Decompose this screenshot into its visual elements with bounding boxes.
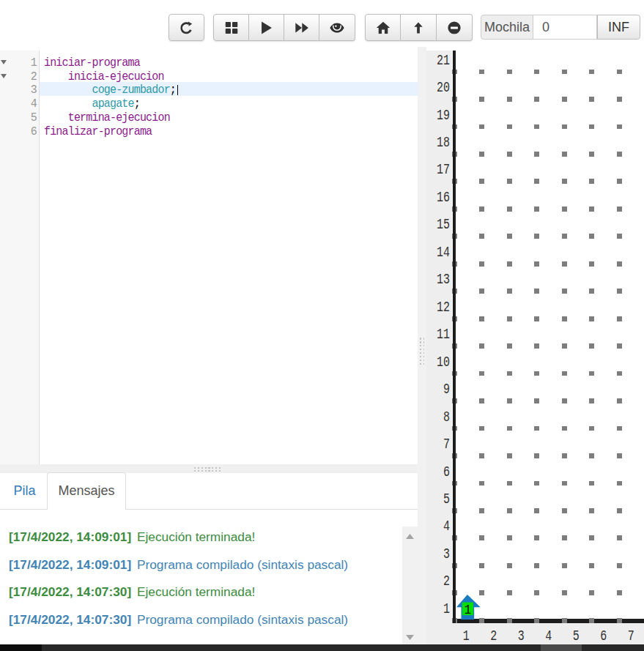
svg-text:1: 1 bbox=[465, 603, 471, 618]
